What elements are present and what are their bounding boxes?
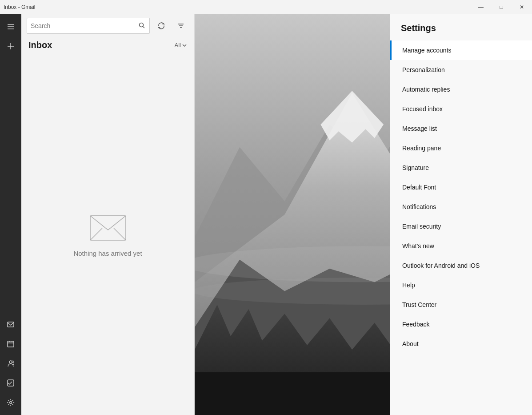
settings-item-trust-center[interactable]: Trust Center: [390, 295, 532, 314]
hamburger-menu-button[interactable]: [2, 18, 20, 36]
empty-state: Nothing has arrived yet: [21, 53, 194, 415]
svg-rect-6: [8, 341, 14, 347]
settings-item-email-security[interactable]: Email security: [390, 217, 532, 236]
settings-item-reading-pane[interactable]: Reading pane: [390, 138, 532, 158]
empty-message: Nothing has arrived yet: [73, 250, 142, 257]
nav-rail-bottom: [2, 315, 20, 415]
settings-item-whats-new[interactable]: What's new: [390, 236, 532, 256]
search-icon: [139, 22, 145, 28]
filter-label: All: [175, 42, 181, 48]
mail-icon: [7, 320, 15, 328]
todo-icon: [7, 379, 15, 387]
inbox-panel: Inbox All Nothing has arrived yet: [21, 14, 195, 415]
app-container: Inbox All Nothing has arrived yet: [0, 14, 532, 415]
people-nav-button[interactable]: [2, 355, 20, 372]
inbox-filter[interactable]: All: [175, 42, 187, 48]
chevron-down-icon: [182, 43, 187, 48]
title-bar: Inbox - Gmail — □ ✕: [0, 0, 532, 14]
people-icon: [7, 359, 15, 367]
settings-item-about[interactable]: About: [390, 334, 532, 354]
settings-item-manage-accounts[interactable]: Manage accounts: [390, 40, 532, 60]
inbox-title: Inbox: [28, 40, 52, 50]
mail-nav-button[interactable]: [2, 315, 20, 333]
nav-rail: [0, 14, 21, 415]
svg-point-13: [10, 402, 12, 404]
svg-line-20: [90, 228, 102, 240]
settings-title: Settings: [390, 14, 532, 40]
sync-icon: [158, 22, 165, 29]
inbox-header: Inbox All: [21, 37, 194, 53]
svg-line-15: [143, 26, 145, 28]
settings-item-notifications[interactable]: Notifications: [390, 197, 532, 217]
window-controls: — □ ✕: [471, 0, 532, 14]
settings-item-feedback[interactable]: Feedback: [390, 314, 532, 334]
settings-item-outlook-android-ios[interactable]: Outlook for Android and iOS: [390, 256, 532, 275]
calendar-nav-button[interactable]: [2, 335, 20, 353]
app-title: Inbox - Gmail: [4, 4, 471, 10]
search-box[interactable]: [27, 18, 150, 34]
settings-list: Manage accountsPersonalizationAutomatic …: [390, 40, 532, 354]
minimize-button[interactable]: —: [471, 0, 491, 14]
settings-item-automatic-replies[interactable]: Automatic replies: [390, 80, 532, 99]
svg-point-10: [9, 361, 12, 363]
settings-panel: Settings Manage accountsPersonalizationA…: [390, 14, 532, 415]
new-button[interactable]: [2, 37, 20, 55]
hamburger-icon: [7, 23, 15, 31]
search-input[interactable]: [31, 22, 138, 29]
settings-item-help[interactable]: Help: [390, 275, 532, 295]
settings-item-message-list[interactable]: Message list: [390, 119, 532, 138]
svg-rect-19: [90, 216, 126, 240]
empty-envelope-icon: [88, 211, 128, 242]
settings-item-default-font[interactable]: Default Font: [390, 177, 532, 197]
calendar-icon: [7, 340, 15, 348]
settings-item-signature[interactable]: Signature: [390, 158, 532, 177]
plus-icon: [7, 42, 15, 50]
maximize-button[interactable]: □: [491, 0, 512, 14]
svg-point-14: [140, 23, 144, 27]
sync-button[interactable]: [153, 18, 169, 34]
svg-rect-5: [8, 322, 14, 327]
search-button[interactable]: [138, 22, 146, 30]
filter-icon: [177, 22, 184, 29]
filter-button[interactable]: [173, 18, 189, 34]
settings-icon: [7, 399, 15, 407]
settings-item-personalization[interactable]: Personalization: [390, 60, 532, 80]
close-button[interactable]: ✕: [512, 0, 532, 14]
toolbar: [21, 14, 194, 37]
settings-item-focused-inbox[interactable]: Focused inbox: [390, 99, 532, 119]
todo-nav-button[interactable]: [2, 374, 20, 392]
svg-line-21: [114, 228, 126, 240]
main-area: Inbox All Nothing has arrived yet: [21, 14, 532, 415]
settings-nav-button[interactable]: [2, 394, 20, 411]
